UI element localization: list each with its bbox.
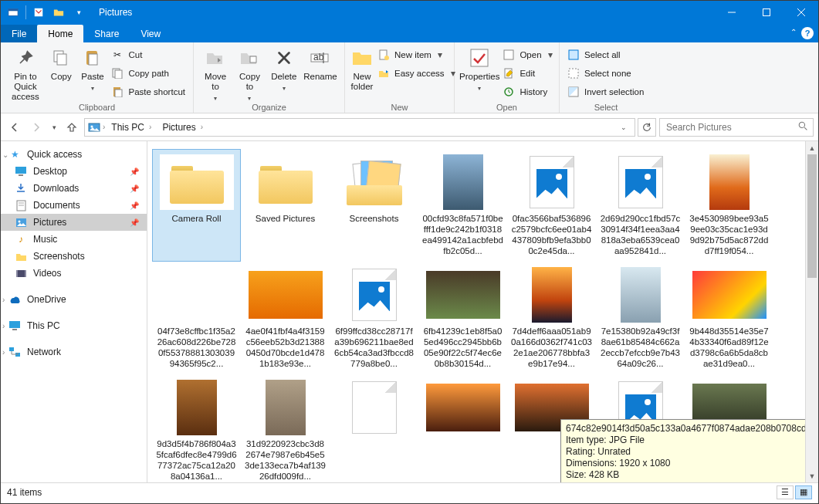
tree-pictures[interactable]: Pictures📌 <box>1 214 147 231</box>
tree-documents[interactable]: Documents📌 <box>1 197 147 214</box>
list-item[interactable]: 2d69d290cc1fbd57c30914f34f1eea3aa4818a3e… <box>596 149 685 262</box>
item-name: 0fac3566baf536896c2579bcfc6ee01ab4437809… <box>511 213 592 256</box>
delete-button[interactable]: Delete▾ <box>267 44 301 93</box>
list-item[interactable]: 6f99ffcd38cc28717fa39b696211bae8ed6cb54c… <box>330 262 418 374</box>
scroll-up-button[interactable]: ▲ <box>806 141 818 154</box>
search-icon[interactable] <box>798 121 808 134</box>
content-area[interactable]: Camera RollSaved PicturesScreenshots00cf… <box>147 141 805 482</box>
scroll-thumb[interactable] <box>807 154 817 278</box>
qat-dropdown-icon[interactable]: ▾ <box>71 5 86 20</box>
tree-videos[interactable]: Videos <box>1 265 147 282</box>
forward-button[interactable] <box>27 118 46 137</box>
list-item[interactable]: Camera Roll <box>152 149 241 262</box>
group-label-select: Select <box>560 103 652 112</box>
search-input[interactable] <box>665 121 798 134</box>
copy-button[interactable]: Copy <box>46 44 77 82</box>
help-icon[interactable]: ? <box>801 27 814 39</box>
list-item[interactable]: 7d4deff6aaa051ab90a166d0362f741c032e1ae2… <box>507 262 596 374</box>
copy-to-button[interactable]: Copy to▾ <box>232 44 266 103</box>
up-button[interactable] <box>63 118 81 137</box>
paste-shortcut-button[interactable]: Paste shortcut <box>108 83 188 100</box>
list-item[interactable]: 9b448d35514e35e74b33340f6ad89f12ed3798c6… <box>685 262 773 374</box>
list-item[interactable]: 7e15380b92a49cf3f8ae61b85484c662a2eccb7e… <box>596 262 685 374</box>
tree-desktop[interactable]: Desktop📌 <box>1 163 147 180</box>
list-item[interactable]: 31d9220923cbc3d82674e7987e6b45e53de133ec… <box>241 374 330 482</box>
copy-path-button[interactable]: Copy path <box>108 65 188 82</box>
history-button[interactable]: History <box>499 83 555 100</box>
group-label-new: New <box>345 103 454 112</box>
pin-icon: 📌 <box>130 167 139 176</box>
select-all-button[interactable]: Select all <box>564 46 647 63</box>
rename-button[interactable]: abRename <box>301 44 340 82</box>
scroll-down-button[interactable]: ▼ <box>806 469 818 482</box>
previous-locations-button[interactable]: ⌄ <box>615 119 632 136</box>
tree-music[interactable]: ♪Music <box>1 231 147 248</box>
status-bar: 41 items ☰ ▦ <box>1 482 818 501</box>
list-item[interactable]: 3e4530989bee93a59ee03c35cac1e93d9d92b75d… <box>685 149 773 262</box>
folder-qat-icon[interactable] <box>51 5 66 20</box>
list-item[interactable] <box>330 374 418 482</box>
tab-share[interactable]: Share <box>83 25 130 42</box>
properties-qat-icon[interactable] <box>31 5 46 20</box>
maximize-button[interactable] <box>749 1 783 24</box>
properties-button[interactable]: Properties▾ <box>459 44 499 93</box>
new-item-button[interactable]: New item▾ <box>374 46 459 63</box>
list-item[interactable]: Saved Pictures <box>241 149 330 262</box>
invert-selection-button[interactable]: Invert selection <box>564 83 647 100</box>
tooltip: 674c82e9014f3d50a5c133a0a4677f0874adae20… <box>560 419 805 482</box>
list-item[interactable]: 4ae0f41fbf4a4f3159c56eeb52b3d213880450d7… <box>241 262 330 374</box>
list-item[interactable] <box>418 374 507 482</box>
ribbon-collapse-icon[interactable]: ⌃ <box>790 28 797 36</box>
tree-quick-access[interactable]: ⌄★Quick access <box>1 146 147 163</box>
chevron-right-icon[interactable]: › <box>103 123 105 131</box>
tooltip-rating: Rating: Unrated <box>566 446 805 458</box>
breadcrumb-this-pc[interactable]: This PC› <box>107 119 156 136</box>
details-view-button[interactable]: ☰ <box>777 485 794 499</box>
tree-onedrive[interactable]: ›OneDrive <box>1 291 147 308</box>
back-button[interactable] <box>5 118 24 137</box>
search-box[interactable] <box>659 118 814 137</box>
title-bar: ▾ Pictures <box>1 1 818 24</box>
move-to-icon <box>203 46 228 70</box>
edit-button[interactable]: Edit <box>499 65 555 82</box>
item-name: Camera Roll <box>156 213 237 224</box>
tab-file[interactable]: File <box>1 25 37 42</box>
minimize-button[interactable] <box>714 1 749 24</box>
move-to-button[interactable]: Move to▾ <box>198 44 232 103</box>
window-controls <box>714 1 818 24</box>
refresh-button[interactable] <box>638 118 656 137</box>
copy-path-icon <box>111 67 124 79</box>
item-name: 4ae0f41fbf4a4f3159c56eeb52b3d213880450d7… <box>245 326 326 369</box>
list-item[interactable]: 0fac3566baf536896c2579bcfc6ee01ab4437809… <box>507 149 596 262</box>
thumbnail <box>337 154 411 210</box>
item-name: Saved Pictures <box>245 213 326 224</box>
copy-icon <box>49 46 73 70</box>
tab-view[interactable]: View <box>130 25 171 42</box>
tree-downloads[interactable]: Downloads📌 <box>1 180 147 197</box>
scroll-track[interactable] <box>806 154 818 469</box>
item-name: 3e4530989bee93a59ee03c35cac1e93d9d92b75d… <box>689 213 770 256</box>
tree-network[interactable]: ›Network <box>1 343 147 360</box>
paste-button[interactable]: Paste▾ <box>77 44 109 93</box>
breadcrumb-pictures[interactable]: Pictures› <box>157 119 208 136</box>
open-button[interactable]: Open▾ <box>499 46 555 63</box>
list-item[interactable]: 6fb41239c1eb8f5a05ed496cc2945bb6b05e90f2… <box>418 262 507 374</box>
easy-access-button[interactable]: Easy access▾ <box>374 65 459 82</box>
recent-locations-button[interactable]: ▾ <box>49 118 59 137</box>
list-item[interactable]: 04f73e8cffbc1f35a226ac608d226be7280f5537… <box>152 262 241 374</box>
select-none-button[interactable]: Select none <box>564 65 647 82</box>
list-item[interactable]: 9d3d5f4b786f804a35fcaf6dfec8e4799d677372… <box>152 374 241 482</box>
list-item[interactable]: Screenshots <box>330 149 418 262</box>
list-item[interactable]: 00cfd93c8fa571f0befff1de9c242b1f0318ea49… <box>418 149 507 262</box>
breadcrumb[interactable]: › This PC› Pictures› ⌄ <box>84 118 635 137</box>
icons-view-button[interactable]: ▦ <box>795 485 812 499</box>
pin-to-quick-access-button[interactable]: Pin to Quick access <box>5 44 46 102</box>
tree-this-pc[interactable]: ›This PC <box>1 317 147 334</box>
vertical-scrollbar[interactable]: ▲ ▼ <box>805 141 818 482</box>
tab-home[interactable]: Home <box>37 25 83 42</box>
cut-button[interactable]: ✂Cut <box>108 46 188 63</box>
close-button[interactable] <box>783 1 818 24</box>
tree-screenshots[interactable]: Screenshots <box>1 248 147 265</box>
new-folder-button[interactable]: New folder <box>350 44 374 92</box>
pictures-location-icon <box>87 120 101 134</box>
